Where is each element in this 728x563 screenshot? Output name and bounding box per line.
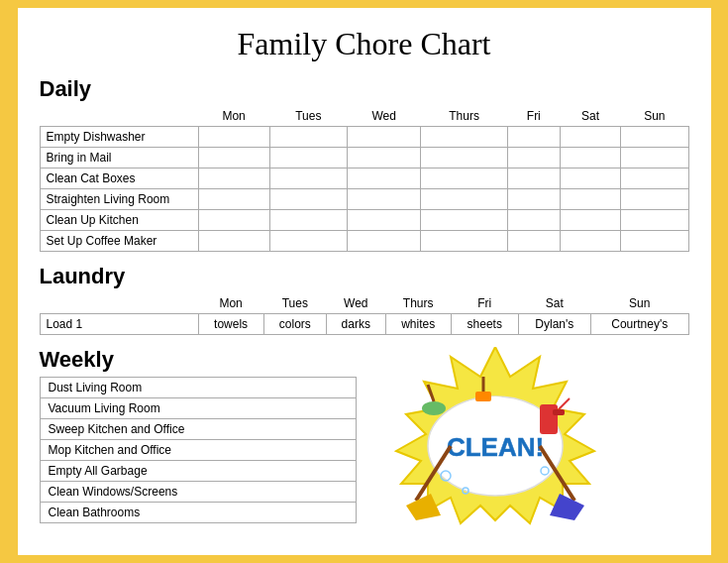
day-cell — [560, 127, 620, 148]
day-cell — [621, 231, 688, 252]
day-cell — [269, 189, 347, 210]
laundry-cell: colors — [263, 314, 326, 335]
weekly-body: Dust Living RoomVacuum Living RoomSweep … — [40, 378, 356, 523]
day-cell — [269, 210, 347, 231]
laundry-header-sat: Sat — [518, 293, 590, 314]
table-row: Dust Living Room — [40, 378, 356, 398]
day-cell — [621, 148, 688, 169]
day-cell — [347, 231, 421, 252]
daily-table: Mon Tues Wed Thurs Fri Sat Sun Empty Dis… — [40, 106, 689, 252]
daily-title: Daily — [40, 76, 689, 102]
day-cell — [421, 169, 507, 189]
day-cell — [198, 189, 269, 210]
day-cell — [198, 127, 269, 148]
svg-rect-15 — [475, 392, 491, 401]
task-label: Set Up Coffee Maker — [40, 231, 198, 252]
table-row: Mop Kitchen and Office — [40, 440, 356, 461]
task-label: Dust Living Room — [40, 378, 356, 398]
day-cell — [421, 210, 507, 231]
laundry-body: Load 1towelscolorsdarkswhitessheetsDylan… — [40, 314, 688, 335]
table-row: Clean Windows/Screens — [40, 482, 356, 503]
task-label: Clean Cat Boxes — [40, 169, 198, 189]
daily-header-wed: Wed — [347, 106, 421, 127]
weekly-title: Weekly — [40, 347, 357, 373]
laundry-header-thurs: Thurs — [385, 293, 451, 314]
laundry-header-wed: Wed — [327, 293, 386, 314]
day-cell — [198, 169, 269, 189]
task-label: Vacuum Living Room — [40, 398, 356, 419]
day-cell — [507, 169, 560, 189]
svg-point-17 — [422, 401, 446, 415]
day-cell — [507, 127, 560, 148]
task-label: Straighten Living Room — [40, 189, 198, 210]
weekly-table-wrapper: Dust Living RoomVacuum Living RoomSweep … — [40, 377, 357, 523]
laundry-title: Laundry — [40, 264, 689, 289]
daily-section: Daily Mon Tues Wed Thurs Fri Sat Sun Emp… — [40, 76, 689, 252]
table-row: Set Up Coffee Maker — [40, 231, 688, 252]
day-cell — [621, 189, 688, 210]
svg-line-14 — [559, 398, 570, 409]
day-cell — [269, 231, 347, 252]
task-label: Bring in Mail — [40, 148, 198, 169]
task-label: Sweep Kitchen and Office — [40, 419, 356, 440]
day-cell — [421, 231, 507, 252]
day-cell — [560, 169, 620, 189]
day-cell — [421, 189, 507, 210]
day-cell — [560, 148, 620, 169]
task-label: Load 1 — [40, 314, 198, 335]
table-row: Clean Up Kitchen — [40, 210, 688, 231]
day-cell — [621, 127, 688, 148]
table-row: Vacuum Living Room — [40, 398, 356, 419]
day-cell — [560, 210, 620, 231]
laundry-cell: sheets — [451, 314, 518, 335]
laundry-header-fri: Fri — [451, 293, 518, 314]
daily-header-thurs: Thurs — [421, 106, 507, 127]
day-cell — [347, 127, 421, 148]
task-label: Empty All Garbage — [40, 461, 356, 482]
laundry-header-mon: Mon — [198, 293, 263, 314]
laundry-table: Mon Tues Wed Thurs Fri Sat Sun Load 1tow… — [40, 293, 689, 335]
laundry-header-tues: Tues — [263, 293, 326, 314]
laundry-header-row: Mon Tues Wed Thurs Fri Sat Sun — [40, 293, 688, 314]
day-cell — [347, 169, 421, 189]
svg-rect-12 — [540, 404, 558, 434]
daily-header-sun: Sun — [621, 106, 688, 127]
svg-point-6 — [473, 396, 517, 432]
table-row: Sweep Kitchen and Office — [40, 419, 356, 440]
laundry-cell: towels — [198, 314, 263, 335]
table-row: Clean Cat Boxes — [40, 169, 688, 189]
task-label: Clean Up Kitchen — [40, 210, 198, 231]
day-cell — [507, 189, 560, 210]
daily-header-row: Mon Tues Wed Thurs Fri Sat Sun — [40, 106, 688, 127]
page: Family Chore Chart Daily Mon Tues Wed Th… — [18, 8, 711, 555]
clean-graphic-container: CLEAN! — [386, 347, 604, 525]
daily-header-fri: Fri — [507, 106, 560, 127]
day-cell — [198, 148, 269, 169]
laundry-cell: Courtney's — [590, 314, 688, 335]
table-row: Empty All Garbage — [40, 461, 356, 482]
daily-body: Empty DishwasherBring in MailClean Cat B… — [40, 127, 688, 252]
day-cell — [421, 127, 507, 148]
table-row: Bring in Mail — [40, 148, 688, 169]
weekly-left: Weekly Dust Living RoomVacuum Living Roo… — [40, 347, 357, 523]
day-cell — [507, 231, 560, 252]
daily-header-mon: Mon — [198, 106, 269, 127]
task-label: Mop Kitchen and Office — [40, 440, 356, 461]
day-cell — [198, 231, 269, 252]
daily-header-sat: Sat — [560, 106, 620, 127]
laundry-header-sun: Sun — [590, 293, 688, 314]
day-cell — [560, 189, 620, 210]
laundry-cell: Dylan's — [518, 314, 590, 335]
day-cell — [269, 169, 347, 189]
day-cell — [269, 148, 347, 169]
task-label: Clean Bathrooms — [40, 503, 356, 523]
clean-graphic: CLEAN! — [386, 347, 604, 525]
page-title: Family Chore Chart — [40, 26, 689, 62]
day-cell — [507, 210, 560, 231]
day-cell — [560, 231, 620, 252]
daily-header-empty — [40, 106, 198, 127]
day-cell — [347, 148, 421, 169]
day-cell — [621, 169, 688, 189]
day-cell — [347, 189, 421, 210]
laundry-header-empty — [40, 293, 198, 314]
